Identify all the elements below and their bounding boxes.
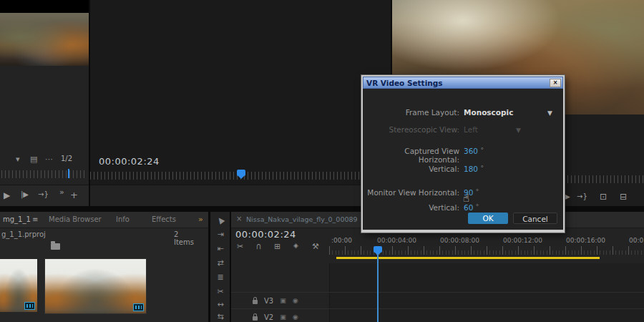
source-letterbox: [0, 0, 89, 13]
ruler-label: 00:00:12:00: [503, 237, 542, 244]
frame-layout-value[interactable]: Monoscopic: [464, 108, 513, 117]
more-options-icon[interactable]: ⋯: [45, 155, 53, 163]
close-tab-icon[interactable]: ×: [236, 215, 242, 223]
center-transport-strip: [90, 185, 391, 207]
track-lock-icon[interactable]: [253, 316, 258, 321]
source-playhead[interactable]: [68, 169, 69, 178]
field-label: Vertical:: [363, 203, 459, 212]
rate-stretch-tool-icon[interactable]: ≣: [210, 273, 230, 281]
stereoscopic-view-value: Left: [464, 125, 478, 134]
track-select-tool-icon[interactable]: ⇥: [210, 230, 230, 238]
field-monitor-vertical: Vertical: 60 °: [363, 203, 563, 213]
linked-selection-icon[interactable]: ⊞: [274, 243, 280, 250]
dialog-title: VR Video Settings: [366, 79, 442, 87]
dialog-title-bar[interactable]: VR Video Settings ×: [363, 77, 563, 89]
value-text[interactable]: 360: [464, 147, 478, 155]
clip-badge-icon: [24, 302, 35, 310]
dialog-body: Frame Layout: Monoscopic ▼ Stereoscopic …: [363, 89, 563, 230]
project-filename: g_1_1.prproj: [1, 230, 46, 238]
source-zoom-level[interactable]: 1/2: [61, 155, 72, 162]
dialog-close-icon[interactable]: ×: [550, 79, 561, 87]
ripple-edit-tool-icon[interactable]: ⇤: [210, 245, 230, 253]
track-header-v2: V2 ▣ ◉: [231, 309, 329, 322]
tab-project[interactable]: mg_1_1: [3, 215, 31, 223]
toggle-track-output-eye-icon[interactable]: ◉: [293, 314, 298, 321]
degree-unit: °: [476, 203, 479, 210]
timeline-timecode[interactable]: 00:00:02:24: [235, 229, 296, 240]
selection-tool-icon[interactable]: ▲: [210, 211, 231, 230]
center-playhead-marker[interactable]: [237, 170, 245, 176]
source-mini-timeline[interactable]: [1, 170, 87, 178]
timeline-playhead-head[interactable]: [374, 246, 382, 253]
tools-strip: ▲ ⇥ ⇤ ⇄ ≣ ✂ ↔ ⇆: [210, 212, 230, 322]
tab-overflow-chevron[interactable]: »: [198, 215, 203, 224]
slide-tool-icon[interactable]: ⇆: [210, 313, 230, 321]
lift-button[interactable]: ⊡: [600, 192, 607, 201]
center-monitor-panel: 00:00:02:24: [90, 0, 391, 206]
magnet-snap-icon[interactable]: ⊂: [255, 243, 263, 250]
source-monitor-panel: ▾ ▤ ⋯ 1/2 ▶ |▶ →} » +: [0, 0, 89, 206]
toggle-track-output-eye-icon[interactable]: ◉: [293, 298, 298, 304]
play-button[interactable]: ▶: [4, 191, 10, 200]
insert-button[interactable]: →}: [577, 193, 587, 200]
source-video-image: [0, 13, 89, 66]
play-button[interactable]: ▶: [565, 193, 570, 200]
field-captured-horizontal: Captured View Horizontal: 360 °: [363, 147, 563, 157]
folder-icon[interactable]: [51, 243, 60, 250]
source-dropdown-icon[interactable]: ▾: [16, 155, 20, 163]
degree-unit: °: [480, 165, 484, 172]
vr-video-settings-dialog: VR Video Settings × Frame Layout: Monosc…: [361, 75, 565, 233]
field-label: Frame Layout:: [363, 108, 459, 117]
sync-lock-icon[interactable]: ▣: [280, 298, 286, 304]
center-timecode[interactable]: 00:00:02:24: [99, 156, 160, 167]
field-frame-layout: Frame Layout: Monoscopic ▼: [363, 108, 563, 118]
chevron-down-icon: ▼: [516, 127, 521, 134]
field-captured-vertical: Vertical: 180 °: [363, 165, 563, 175]
clip-thumbnail[interactable]: [45, 259, 146, 313]
tab-sequence[interactable]: Nissa_Nakva_vilage_fly_0_00089: [246, 215, 358, 223]
degree-unit: °: [476, 188, 479, 195]
source-controls-bar: ▾ ▤ ⋯ 1/2: [0, 153, 89, 166]
more-buttons-chevron[interactable]: »: [59, 188, 64, 196]
project-tab-row: mg_1_1 ≡ Media Browser Info Effects »: [0, 212, 208, 228]
ok-button[interactable]: OK: [468, 213, 508, 224]
track-lock-icon[interactable]: [253, 300, 258, 304]
tab-media-browser[interactable]: Media Browser: [49, 215, 102, 223]
chevron-down-icon[interactable]: ▼: [547, 109, 552, 117]
rolling-edit-tool-icon[interactable]: ⇄: [210, 259, 230, 267]
ruler-label: 00:0: [629, 237, 643, 244]
timeline-settings-wrench-icon[interactable]: ⚒: [312, 243, 319, 250]
export-frame-icon[interactable]: ▤: [30, 155, 37, 163]
tab-info[interactable]: Info: [116, 215, 130, 223]
clip-badge-icon: [133, 303, 144, 311]
captured-vertical-value[interactable]: 180 °: [464, 165, 484, 173]
play-in-out-button[interactable]: |▶: [21, 191, 29, 198]
track-header-v3: V3 ▣ ◉: [231, 293, 329, 308]
extract-button[interactable]: ⊟: [620, 192, 627, 201]
field-label: Stereoscopic View:: [363, 125, 459, 134]
track-label[interactable]: V3: [264, 297, 273, 305]
captured-horizontal-value[interactable]: 360 °: [464, 147, 484, 155]
sync-lock-icon[interactable]: ▣: [280, 314, 286, 321]
premiere-workspace: ▾ ▤ ⋯ 1/2 ▶ |▶ →} » + 00:00:02:24 ▶ →} ⊡…: [0, 0, 644, 322]
field-label: Vertical:: [363, 165, 459, 173]
clip-thumbnail[interactable]: [0, 259, 37, 312]
razor-tool-icon[interactable]: ✂: [210, 288, 230, 296]
field-label: Captured View Horizontal:: [363, 147, 459, 164]
field-stereoscopic-view: Stereoscopic View: Left ▼: [363, 125, 563, 135]
panel-menu-icon[interactable]: ≡: [32, 215, 38, 223]
snap-disabled-icon[interactable]: ✂: [237, 243, 243, 250]
ruler-label: 00:00:04:00: [377, 237, 416, 244]
insert-button[interactable]: →}: [38, 191, 49, 198]
value-text[interactable]: 180: [464, 165, 478, 173]
add-marker-icon[interactable]: ◈: [293, 243, 298, 249]
slip-tool-icon[interactable]: ↔: [210, 301, 230, 308]
add-button-icon[interactable]: +: [70, 190, 78, 200]
ruler-label: :00:00: [331, 237, 352, 244]
degree-unit: °: [480, 147, 484, 154]
timeline-playhead-line[interactable]: [377, 253, 379, 322]
tab-effects[interactable]: Effects: [152, 215, 176, 223]
cancel-button[interactable]: Cancel: [513, 213, 557, 224]
source-transport-bar: ▶ |▶ →} » +: [0, 185, 89, 207]
track-label[interactable]: V2: [264, 313, 273, 321]
